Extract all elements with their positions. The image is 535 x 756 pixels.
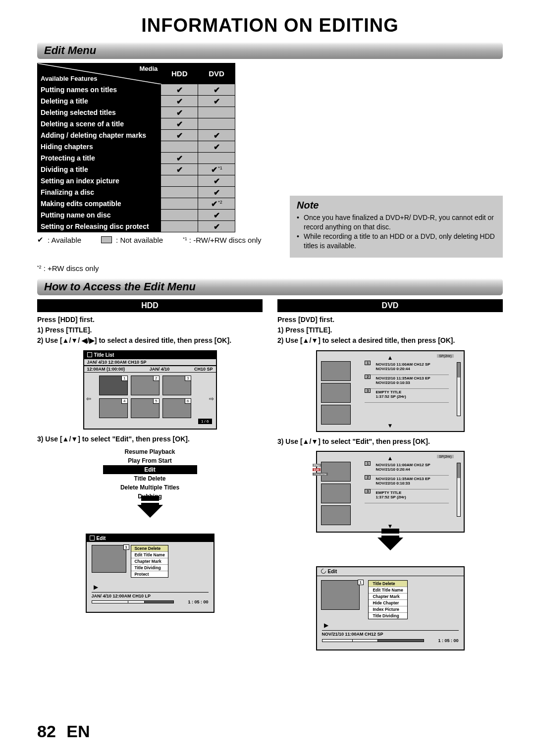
menu-item: Edit: [103, 465, 197, 474]
sp-badge: SP(2Hr): [437, 354, 453, 358]
feature-hdd-cell: [161, 175, 198, 187]
edit-icon: [90, 536, 95, 540]
legend-available: : Available: [48, 236, 81, 244]
dvd-thumb: Play Edit Overwrite: [321, 462, 351, 482]
edit-option: Title Dividing: [369, 613, 407, 619]
feature-dvd-cell: ✔: [198, 141, 235, 153]
feature-label: Putting name on disc: [38, 210, 161, 221]
check-icon: ✔: [37, 235, 44, 244]
page-number: 82: [37, 722, 56, 741]
feature-dvd-cell: [198, 118, 235, 130]
title-list-info1: JAN/ 4/10 12:00AM CH10 SP: [87, 360, 147, 365]
page-title: INFORMATION ON EDITING: [37, 15, 503, 36]
title-slot: 2NOV/22/10 11:35AM CH13 EPNOV/22/10 0:10…: [365, 375, 449, 389]
footnote1-sup: *1: [183, 236, 187, 241]
right-arrow-icon: ⇨: [209, 395, 214, 402]
dvd-press-first: Press [DVD] first.: [277, 315, 503, 324]
dvd-title-list-edit-screenshot: ▲ SP(2Hr) Play Edit Overwrite 1NOV/21/10…: [316, 451, 465, 533]
feature-hdd-cell: ✔: [161, 96, 198, 107]
col-group-label: Media: [139, 65, 158, 72]
feature-label: Deleting selected titles: [38, 107, 161, 118]
thumbnail: 2: [131, 376, 160, 395]
feature-hdd-cell: [161, 187, 198, 198]
preview-thumbnail: [92, 545, 126, 573]
dvd-column: DVD Press [DVD] first. 1) Press [TITLE].…: [277, 299, 503, 655]
table-corner: Media Available Features: [38, 63, 161, 84]
note-box: Note Once you have finalized a DVD+R/ DV…: [290, 196, 503, 258]
table-legend: ✔: Available : Not available *1 : -RW/+R…: [37, 235, 275, 272]
hdd-step1: 1) Press [TITLE].: [37, 325, 263, 334]
dvd-thumb: [321, 383, 351, 403]
hdd-edit-screenshot: Edit 1 Scene DeleteEdit Title NameChapte…: [86, 534, 214, 613]
note-item: Once you have finalized a DVD+R/ DVD-R, …: [297, 213, 496, 232]
hdd-title-list-screenshot: Title List JAN/ 4/10 12:00AM CH10 SP 12:…: [83, 350, 217, 430]
edit-info: NOV/21/10 11:00AM CH12 SP: [322, 630, 459, 637]
disc-icon: [320, 568, 326, 575]
feature-hdd-cell: [161, 221, 198, 232]
feature-label: Deleting a title: [38, 96, 161, 107]
feature-hdd-cell: ✔: [161, 107, 198, 118]
dvd-heading: DVD: [277, 299, 503, 312]
page-footer: 82 EN: [37, 722, 90, 741]
hdd-step2: 2) Use [▲/▼/ ◀/▶] to select a desired ti…: [37, 336, 263, 345]
feature-hdd-cell: ✔: [161, 84, 198, 96]
preview-thumbnail: [321, 580, 360, 610]
section-edit-menu: Edit Menu: [37, 42, 503, 59]
dvd-step1: 1) Press [TITLE].: [277, 325, 503, 334]
list-icon: [87, 352, 92, 357]
edit-option: Chapter Mark: [369, 594, 407, 600]
title-list-header: Title List: [94, 352, 114, 358]
feature-label: Putting names on titles: [38, 84, 161, 96]
feature-label: Protecting a title: [38, 153, 161, 164]
feature-dvd-cell: ✔: [198, 175, 235, 187]
play-icon: ▶: [324, 622, 328, 629]
edit-option: Title Delete: [369, 581, 407, 587]
feature-label: Making edits compatible: [38, 198, 161, 210]
feature-dvd-cell: ✔: [198, 210, 235, 221]
edit-option: Protect: [131, 571, 167, 577]
feature-label: Hiding chapters: [38, 141, 161, 153]
row-group-label: Available Features: [41, 75, 97, 82]
menu-item: Resume Playback: [103, 447, 197, 456]
legend-na: : Not available: [116, 236, 163, 244]
page-lang: EN: [66, 722, 90, 741]
edit-options: Title DeleteEdit Title NameChapter MarkH…: [368, 580, 407, 619]
note-item: While recording a title to an HDD or a D…: [297, 232, 496, 251]
feature-hdd-cell: ✔: [161, 130, 198, 141]
play-icon: ▶: [94, 584, 98, 591]
feature-hdd-cell: ✔: [161, 153, 198, 164]
edit-time: 1 : 05 : 00: [438, 638, 458, 643]
edit-option: Index Picture: [369, 606, 407, 613]
title-number: 1: [358, 580, 364, 585]
title-slot: 1NOV/21/10 11:00AM CH12 SPNOV/21/10 0:20…: [365, 462, 449, 476]
feature-hdd-cell: ✔: [161, 118, 198, 130]
footnote1: : -RW/+RW discs only: [187, 236, 262, 244]
thumbnail: 5: [131, 398, 160, 418]
feature-dvd-cell: [198, 107, 235, 118]
tag-overwrite: Overwrite: [313, 473, 328, 476]
title-list-info2b: JAN/ 4/10: [150, 367, 170, 372]
feature-label: Setting an index picture: [38, 175, 161, 187]
section-how-to: How to Access the Edit Menu: [37, 278, 503, 295]
edit-header: Edit: [328, 569, 337, 574]
title-slot: 3EMPTY TITLE1:37:52 SP (2Hr): [365, 489, 449, 503]
pager: 1 / 6: [198, 419, 212, 424]
feature-label: Finalizing a disc: [38, 187, 161, 198]
sp-badge: SP(2Hr): [437, 455, 453, 458]
title-number: 1: [123, 544, 129, 550]
menu-item: Title Delete: [103, 474, 197, 483]
thumbnail: 3: [162, 376, 191, 395]
dvd-thumb: [321, 361, 351, 381]
dvd-step3: 3) Use [▲/▼] to select "Edit", then pres…: [277, 437, 503, 446]
feature-dvd-cell: ✔: [198, 84, 235, 96]
dvd-title-list-screenshot: ▲ SP(2Hr) 1NOV/21/10 11:00AM CH12 SPNOV/…: [316, 350, 465, 432]
feature-hdd-cell: ✔: [161, 164, 198, 175]
feature-dvd-cell: ✔: [198, 130, 235, 141]
edit-option: Title Dividing: [131, 565, 167, 571]
hdd-column: HDD Press [HDD] first. 1) Press [TITLE].…: [37, 299, 263, 655]
hdd-step3: 3) Use [▲/▼] to select "Edit", then pres…: [37, 434, 263, 443]
dvd-edit-screenshot: Edit 1 Title DeleteEdit Title NameChapte…: [316, 566, 465, 650]
edit-option: Edit Title Name: [369, 587, 407, 594]
feature-dvd-cell: [198, 153, 235, 164]
down-arrow-icon: [377, 538, 403, 550]
